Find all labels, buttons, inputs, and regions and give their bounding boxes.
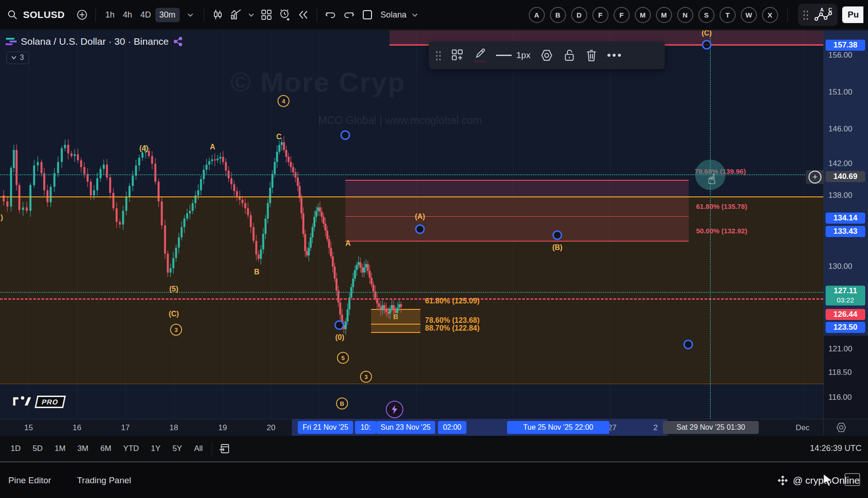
publish-button[interactable]: Pu [842,6,863,23]
drawing-anchor[interactable] [684,340,693,350]
watchlist-letter-M[interactable]: M [656,7,672,23]
bar-replay-lightning-icon[interactable] [386,401,403,418]
watchlist-letter-D[interactable]: D [571,7,587,23]
range-6M[interactable]: 6M [96,441,116,456]
range-1Y[interactable]: 1Y [147,441,165,456]
unlock-icon[interactable] [563,48,576,62]
object-tree-collapse-button[interactable]: 3 [6,52,29,64]
color-pencil-icon[interactable] [474,48,487,63]
layout-dropdown-icon[interactable] [410,7,419,23]
layout-grid-icon[interactable] [259,7,274,23]
watchlist-letter-X[interactable]: X [762,7,778,23]
timeframe-dropdown-icon[interactable] [183,7,198,23]
watchlist-letter-S[interactable]: S [698,7,714,23]
alert-add-icon[interactable] [277,7,293,23]
delete-trash-icon[interactable] [585,48,598,62]
wave-label-C[interactable]: C [276,133,282,141]
watchlist-letter-T[interactable]: T [720,7,736,23]
drawing-anchor[interactable] [702,40,712,50]
drawing-anchor[interactable] [553,231,562,240]
range-5D[interactable]: 5D [29,441,47,456]
utc-clock[interactable]: 14:26:39 UTC [810,444,862,453]
wave-label-(C)[interactable]: (C) [169,310,179,318]
add-alert-plus-button[interactable]: + [806,170,824,184]
pine-editor-tab[interactable]: Pine Editor [8,475,51,486]
chart-legend[interactable]: Solana / U.S. Dollar · 30 · Binance [6,36,183,47]
indicators-icon[interactable] [228,7,244,23]
chart-title[interactable]: Solana / U.S. Dollar · 30 · Binance [21,36,169,47]
go-to-date-icon[interactable] [217,441,232,456]
wave-label-B[interactable]: B [254,268,260,276]
range-YTD[interactable]: YTD [119,441,143,456]
watchlist-letter-F[interactable]: F [592,7,608,23]
watchlist-letter-A[interactable]: A [529,7,545,23]
price-axis[interactable]: 156.00151.00146.00142.00138.00130.00121.… [823,30,868,419]
time-scale-settings-icon[interactable] [835,421,847,433]
level-line[interactable] [0,196,823,197]
drawing-anchor[interactable] [335,320,344,330]
wave-label-(5)[interactable]: (5) [169,285,178,293]
save-layout-icon[interactable] [360,7,375,23]
drag-handle-icon[interactable] [803,10,809,20]
fib-level-label[interactable]: 61.80% (125.09) [425,297,479,305]
layout-name[interactable]: Solana [381,10,407,20]
timeframe-4D[interactable]: 4D [136,8,155,22]
replay-rewind-icon[interactable] [295,7,311,23]
level-line[interactable] [0,384,823,384]
drawing-anchor[interactable] [415,225,425,234]
range-5Y[interactable]: 5Y [168,441,186,456]
time-axis[interactable]: 151617181920272Dec Fri 21 Nov '2510:Sun … [0,419,868,437]
wave-label-A[interactable]: A [345,239,351,248]
watchlist-letter-B[interactable]: B [550,7,566,23]
wave-label-B[interactable]: B [336,397,348,409]
level-line[interactable] [0,298,823,300]
share-idea-icon[interactable] [173,36,183,47]
wave-label-(B)[interactable]: (B) [552,243,562,252]
wave-label-(4)[interactable]: (4) [139,144,148,153]
wave-label-(C)[interactable]: (C) [702,30,712,37]
symbol-search[interactable]: SOLUSD [23,9,65,20]
drawing-anchor[interactable] [341,130,350,140]
watchlist-letter-F[interactable]: F [614,7,630,23]
search-icon[interactable] [5,7,20,23]
wave-label-(A)[interactable]: (A) [415,213,425,221]
wave-label-4[interactable]: 4 [278,95,289,107]
wave-label-(0)[interactable]: (0) [335,333,344,342]
fib-level-label[interactable]: 50.00% (132.92) [696,227,747,235]
settings-hexagon-icon[interactable] [540,48,554,62]
watchlist-letter-W[interactable]: W [741,7,757,23]
fib-level-label[interactable]: 78.60% (123.68) [425,316,479,325]
range-1D[interactable]: 1D [6,441,25,456]
indicators-dropdown-icon[interactable] [247,7,256,23]
wave-label-3[interactable]: 3 [170,324,182,336]
toolbar-drag-handle[interactable] [435,50,442,60]
fib-level-label[interactable]: 88.70% (122.84) [425,324,479,332]
chart-pane[interactable]: © More Cryp MCO Global | www.mcoglobal.c… [0,30,823,419]
bottom-toolbar: 1D5D1M3M6MYTD1Y5YAll 14:26:39 UTC [0,436,868,461]
timeframe-30m[interactable]: 30m [155,8,180,22]
wave-label-)[interactable]: ) [0,213,3,222]
range-1M[interactable]: 1M [50,441,70,456]
more-options-icon[interactable]: ••• [607,49,623,62]
timeframe-1h[interactable]: 1h [101,8,119,22]
timeframe-4h[interactable]: 4h [119,8,136,22]
range-All[interactable]: All [190,441,207,456]
template-icon[interactable] [451,48,465,62]
line-width-control[interactable]: 1px [496,50,531,60]
trading-panel-tab[interactable]: Trading Panel [77,475,131,486]
watchlist-letter-N[interactable]: N [677,7,693,23]
wave-label-A[interactable]: A [210,143,215,151]
watchlist-letter-M[interactable]: M [635,7,651,23]
wave-label-5[interactable]: 5 [337,352,349,364]
redo-icon[interactable] [341,7,357,23]
compare-add-icon[interactable] [74,7,90,23]
undo-icon[interactable] [323,7,338,23]
time-tick-2: 2 [653,423,657,433]
tradingview-pro-logo[interactable]: PRO [12,394,65,409]
wave-label-3[interactable]: 3 [360,371,372,383]
abc-pattern-icon[interactable]: A C [815,7,833,23]
range-3M[interactable]: 3M [73,441,93,456]
level-line[interactable] [0,292,823,293]
fib-level-label[interactable]: 61.80% (135.78) [696,202,747,210]
candlestick-style-icon[interactable] [210,7,225,23]
